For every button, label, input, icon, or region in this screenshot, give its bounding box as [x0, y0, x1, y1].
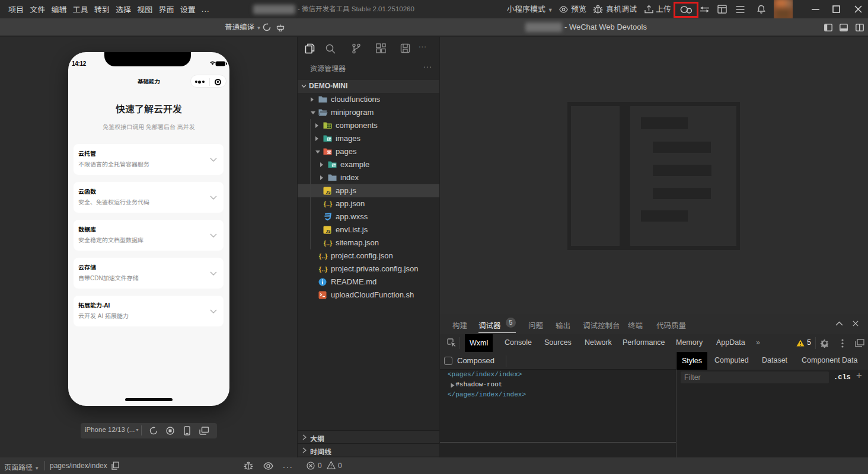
svg-text:{..}: {..}: [319, 265, 328, 273]
svg-text:{..}: {..}: [319, 252, 328, 260]
svg-text:JS: JS: [326, 190, 331, 194]
svg-text:{..}: {..}: [324, 200, 333, 207]
svg-text:JS: JS: [326, 229, 331, 233]
svg-text:{..}: {..}: [324, 239, 333, 246]
